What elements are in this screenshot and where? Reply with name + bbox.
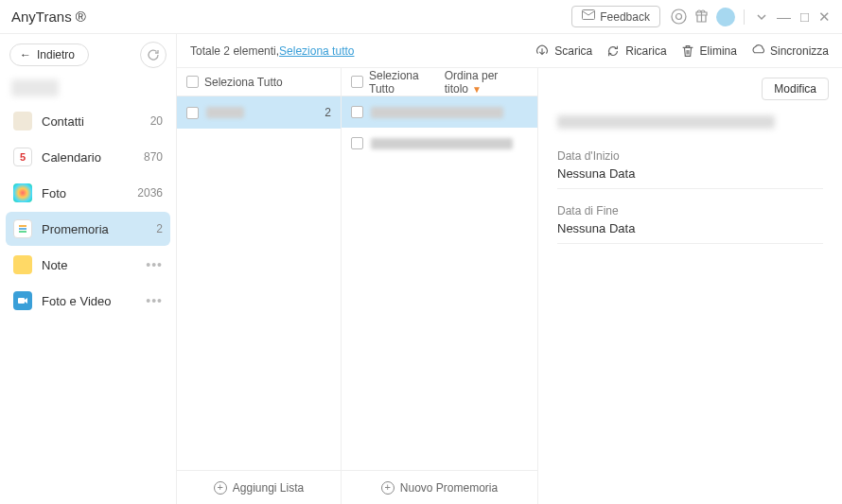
- sidebar-item-label: Foto: [42, 186, 128, 200]
- reminder-title-blurred: [371, 107, 503, 118]
- row-checkbox[interactable]: [351, 137, 363, 149]
- row-checkbox[interactable]: [186, 107, 199, 119]
- chevron-down-icon[interactable]: [753, 9, 770, 26]
- svg-point-1: [672, 9, 686, 24]
- button-label: Scarica: [554, 44, 592, 58]
- caret-down-icon: ▼: [472, 84, 482, 95]
- app-title: AnyTrans ®: [11, 9, 86, 25]
- sidebar-item-video[interactable]: Foto e Video •••: [6, 284, 170, 318]
- button-label: Ricarica: [625, 44, 666, 58]
- delete-button[interactable]: Elimina: [680, 43, 737, 59]
- sidebar-item-count: 2: [156, 222, 163, 235]
- sidebar-item-photos[interactable]: Foto 2036: [6, 176, 170, 210]
- calendar-icon: 5: [13, 148, 32, 166]
- mail-icon: [582, 9, 595, 24]
- close-icon[interactable]: ✕: [818, 9, 831, 24]
- detail-value: Nessuna Data: [557, 166, 823, 189]
- reminder-row[interactable]: [342, 128, 537, 159]
- feedback-button[interactable]: Feedback: [571, 6, 660, 27]
- detail-column: Modifica Data d'Inizio Nessuna Data Data…: [538, 68, 842, 504]
- divider: [744, 9, 745, 25]
- column-header-label: Seleziona Tutto: [204, 76, 283, 89]
- column-header-label: Seleziona Tutto: [369, 69, 439, 96]
- add-list-button[interactable]: + Aggiungi Lista: [177, 470, 341, 504]
- gift-icon[interactable]: [693, 9, 710, 26]
- plus-icon: +: [381, 481, 395, 495]
- contacts-icon: [13, 112, 32, 130]
- detail-label: Data di Fine: [557, 204, 823, 217]
- arrow-left-icon: ←: [20, 48, 31, 61]
- refresh-button[interactable]: [140, 42, 167, 68]
- svg-point-2: [676, 14, 682, 20]
- back-label: Indietro: [37, 48, 75, 61]
- total-text: Totale 2 elementi,: [190, 44, 279, 58]
- select-all-link[interactable]: Seleziona tutto: [279, 44, 354, 58]
- plus-icon: +: [214, 481, 227, 495]
- svg-rect-6: [18, 298, 25, 304]
- sidebar-item-reminders[interactable]: Promemoria 2: [6, 212, 170, 246]
- sidebar: ← Indietro Contatti 20 5 Calendario 870 …: [0, 34, 177, 504]
- reminder-row[interactable]: [342, 96, 537, 128]
- new-reminder-button[interactable]: + Nuovo Promemoria: [342, 470, 537, 504]
- minimize-icon[interactable]: —: [777, 9, 791, 24]
- sidebar-item-label: Contatti: [42, 114, 141, 129]
- help-icon[interactable]: [671, 9, 688, 26]
- detail-label: Data d'Inizio: [557, 149, 823, 163]
- video-icon: [13, 291, 32, 310]
- download-button[interactable]: Scarica: [535, 43, 592, 59]
- detail-value: Nessuna Data: [557, 221, 823, 244]
- footer-label: Aggiungi Lista: [233, 481, 304, 495]
- lists-column: Seleziona Tutto 2 + Aggiungi Lista: [177, 68, 342, 504]
- reminders-column: Seleziona Tutto Ordina per titolo▼: [342, 68, 538, 504]
- sidebar-item-contacts[interactable]: Contatti 20: [6, 104, 170, 138]
- maximize-icon[interactable]: □: [800, 9, 809, 24]
- sidebar-item-label: Note: [42, 258, 136, 272]
- button-label: Elimina: [700, 44, 737, 58]
- device-name-blurred: [11, 79, 59, 96]
- titlebar: AnyTrans ® Feedback — □ ✕: [0, 0, 842, 34]
- select-all-checkbox[interactable]: [186, 76, 199, 88]
- detail-title-blurred: [557, 115, 775, 129]
- list-row[interactable]: 2: [177, 96, 341, 129]
- sidebar-item-notes[interactable]: Note •••: [6, 248, 170, 282]
- sidebar-item-count: 2036: [137, 186, 163, 200]
- more-dots-icon: •••: [146, 293, 163, 308]
- avatar-icon[interactable]: [716, 8, 735, 26]
- reload-button[interactable]: Ricarica: [605, 43, 666, 59]
- toolbar: Totale 2 elementi, Seleziona tutto Scari…: [177, 34, 842, 68]
- modify-button[interactable]: Modifica: [762, 78, 829, 100]
- button-label: Sincronizza: [770, 44, 829, 58]
- sort-dropdown[interactable]: Ordina per titolo▼: [445, 69, 528, 96]
- select-all-checkbox[interactable]: [351, 76, 363, 88]
- sidebar-item-count: 20: [150, 114, 163, 128]
- sidebar-item-calendar[interactable]: 5 Calendario 870: [6, 140, 170, 174]
- notes-icon: [13, 255, 32, 274]
- sidebar-item-count: 870: [144, 150, 163, 164]
- sidebar-item-label: Foto e Video: [42, 294, 136, 308]
- row-checkbox[interactable]: [351, 106, 363, 118]
- photos-icon: [13, 183, 32, 202]
- sidebar-item-label: Promemoria: [42, 222, 147, 236]
- sync-button[interactable]: Sincronizza: [750, 43, 829, 59]
- reminders-icon: [13, 219, 32, 238]
- list-name-blurred: [206, 107, 244, 118]
- list-count: 2: [325, 106, 331, 119]
- footer-label: Nuovo Promemoria: [400, 481, 498, 495]
- sidebar-item-label: Calendario: [42, 150, 134, 165]
- feedback-label: Feedback: [600, 10, 650, 24]
- back-button[interactable]: ← Indietro: [9, 43, 89, 66]
- more-dots-icon: •••: [146, 257, 163, 272]
- reminder-title-blurred: [371, 138, 513, 149]
